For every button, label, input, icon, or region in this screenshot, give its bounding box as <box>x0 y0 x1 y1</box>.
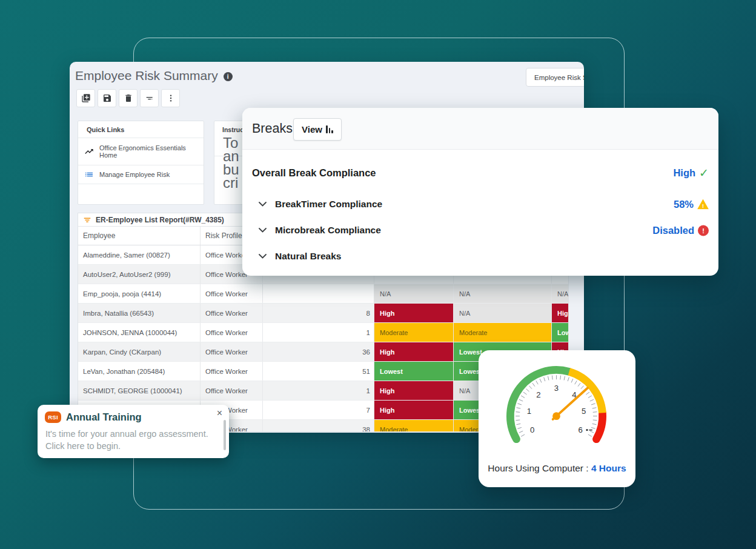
table-row[interactable]: Emp_pooja, pooja (4414)Office WorkerN/AN… <box>78 284 568 304</box>
toast-title: Annual Training <box>66 411 142 423</box>
table-cell: Karpan, Cindy (CKarpan) <box>78 342 201 361</box>
gauge-minor-tick <box>517 427 522 428</box>
gauge-minor-tick <box>519 399 523 401</box>
microbreak-compliance-value: Disabled ! <box>652 225 709 236</box>
table-cell: AutoUser2, AutoUser2 (999) <box>78 265 201 284</box>
more-button[interactable] <box>161 89 180 107</box>
gauge-caption-label: Hours Using Computer : <box>488 463 591 473</box>
quick-link-label: Office Ergonomics Essentials Home <box>99 144 199 159</box>
rsi-badge: RSI <box>45 411 61 423</box>
table-cell: LeVan, Jonathan (205484) <box>78 362 201 381</box>
gauge-tick-label: 3 <box>554 384 559 393</box>
filter-button[interactable] <box>140 89 159 107</box>
gauge-minor-tick <box>516 412 520 413</box>
table-cell: 38 <box>263 420 374 432</box>
table-cell: 1 <box>263 381 374 400</box>
table-row[interactable]: JOHNSON, JENNA (1000044)Office Worker1Mo… <box>78 323 568 342</box>
gauge-caption-value: 4 Hours <box>591 463 626 473</box>
gauge-minor-tick <box>532 383 535 387</box>
overall-break-compliance-row: Overall Break Compliance High ✓ <box>242 161 718 184</box>
table-cell: Office Worker <box>201 362 263 381</box>
trending-up-icon <box>84 147 94 156</box>
gauge-minor-tick <box>581 386 584 389</box>
top-right-tab[interactable]: Employee Risk Sum <box>526 68 584 87</box>
copy-plus-button[interactable] <box>76 89 95 107</box>
warning-icon: ! <box>697 199 709 210</box>
gauge-minor-tick <box>575 381 577 384</box>
error-icon: ! <box>698 225 709 236</box>
table-cell: 51 <box>263 362 374 381</box>
table-cell: Office Worker <box>201 304 263 322</box>
page-title: Employee Risk Summary i <box>75 68 233 83</box>
toast-body[interactable]: It's time for your annual ergo assessmen… <box>45 428 219 452</box>
natural-breaks-row: Natural Breaks <box>242 245 718 268</box>
hours-using-computer-card: 0123456 Hours Using Computer : 4 Hours <box>479 350 635 487</box>
overall-break-compliance-value: High ✓ <box>673 167 709 179</box>
gauge-minor-tick <box>519 431 523 433</box>
gauge-tick-label: 1 <box>527 407 531 416</box>
table-cell: N/A <box>454 304 552 322</box>
gauge-minor-tick <box>564 376 565 381</box>
gauge-minor-tick <box>517 424 521 424</box>
gauge-minor-tick <box>590 431 594 433</box>
more-vert-icon <box>166 93 176 103</box>
gauge-minor-tick <box>571 379 573 382</box>
table-cell: Alameddine, Samer (00827) <box>78 245 201 264</box>
breaktimer-compliance-value: 58% ! <box>674 199 709 210</box>
table-row[interactable]: Imbra, Natallia (66543)Office Worker8Hig… <box>78 304 568 323</box>
close-icon[interactable]: × <box>217 408 222 418</box>
gauge-minor-tick <box>591 404 595 405</box>
gauge-needle-hub <box>552 412 560 420</box>
table-cell: Moderate <box>454 323 552 342</box>
gauge-tick-label: 0 <box>530 425 534 434</box>
gauge-tick-label: 5 <box>582 407 586 416</box>
chevron-down-icon[interactable] <box>259 202 267 207</box>
gauge-minor-tick <box>544 378 545 382</box>
table-cell: JOHNSON, JENNA (1000044) <box>78 323 201 342</box>
save-icon <box>102 93 112 103</box>
table-cell: Lowest <box>374 362 454 381</box>
natural-breaks-label: Natural Breaks <box>275 251 341 262</box>
gauge-minor-tick <box>529 386 532 389</box>
save-button[interactable] <box>98 89 116 107</box>
breaks-title: Breaks <box>252 121 293 136</box>
table-cell: Office Worker <box>201 342 263 361</box>
view-button[interactable]: View <box>293 118 342 141</box>
table-cell: N/A <box>374 284 454 303</box>
table-cell: Office Worker <box>201 284 263 303</box>
check-icon: ✓ <box>699 167 709 179</box>
table-cell: N/A <box>552 284 568 303</box>
gauge-minor-tick <box>588 396 592 398</box>
chevron-down-icon[interactable] <box>259 228 267 233</box>
quick-link-manage-employee-risk[interactable]: Manage Employee Risk <box>78 165 204 184</box>
trash-icon <box>124 93 133 103</box>
table-cell: 8 <box>263 304 374 322</box>
copy-plus-icon <box>81 93 91 103</box>
gauge-minor-tick <box>593 420 597 421</box>
gauge-svg: 0123456 <box>488 358 625 458</box>
breaktimer-compliance-label: BreakTimer Compliance <box>275 199 382 210</box>
breaktimer-compliance-row: BreakTimer Compliance 58% ! <box>242 193 718 216</box>
filter-icon <box>145 93 154 103</box>
page-title-text: Employee Risk Summary <box>75 68 218 83</box>
table-cell: High <box>374 401 454 419</box>
table-cell: Office Worker <box>201 323 263 342</box>
column-header-employee[interactable]: Employee <box>78 227 201 245</box>
table-cell: Office Worker <box>201 381 263 400</box>
quick-links-panel: Quick Links Office Ergonomics Essentials… <box>78 121 204 205</box>
quick-link-ergonomics-home[interactable]: Office Ergonomics Essentials Home <box>78 138 204 165</box>
gauge-minor-tick <box>590 399 594 401</box>
delete-button[interactable] <box>119 89 138 107</box>
gauge-minor-tick <box>516 420 520 421</box>
table-cell: 36 <box>263 342 374 361</box>
breaks-panel: Breaks View Overall Break Compliance Hig… <box>242 108 718 276</box>
gauge-minor-tick <box>548 376 548 381</box>
value-text: High <box>673 167 695 179</box>
toast-scrollbar[interactable] <box>224 420 226 450</box>
gauge-minor-tick <box>536 381 538 384</box>
chevron-down-icon[interactable] <box>259 254 267 259</box>
gauge-minor-tick <box>552 376 552 380</box>
annual-training-toast[interactable]: RSI Annual Training × It's time for your… <box>38 405 229 458</box>
info-icon[interactable]: i <box>224 72 233 81</box>
table-cell: High <box>374 304 454 322</box>
